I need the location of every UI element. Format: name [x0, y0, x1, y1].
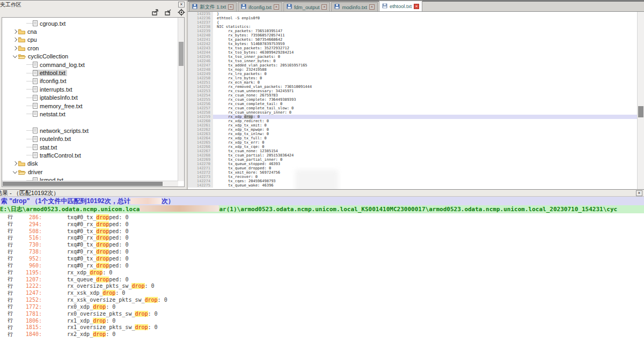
- tab-close-icon[interactable]: ×: [228, 4, 233, 10]
- code-editor[interactable]: 142235}142236ethtool -S enp1s0f0142237{1…: [188, 12, 644, 189]
- tree-item-cron[interactable]: cron: [2, 44, 178, 52]
- tree-connector: [26, 130, 33, 131]
- code-line: 142256 rx_csum_complete_tail: 0: [188, 102, 644, 106]
- workspace-close-button[interactable]: ×: [178, 2, 185, 8]
- result-row[interactable]: 行730:txq#0_tx_dropped: 0: [0, 241, 644, 248]
- tree-item-network_scripts.txt[interactable]: network_scripts.txt: [2, 126, 178, 135]
- tree-item-cpu[interactable]: cpu: [2, 36, 178, 44]
- scrollbar-thumb[interactable]: [3, 182, 163, 186]
- line-number: 142249: [188, 72, 213, 76]
- code-line: 142274 tx_cqes: 204596498793: [188, 179, 644, 183]
- result-file-path[interactable]: E:\日志\armod0523.odata.ncmp.unicom.locaar…: [0, 205, 644, 213]
- tree-item-memory_free.txt[interactable]: memory_free.txt: [2, 102, 178, 110]
- result-text: rx0_oversize_pkts_sw_drop: 0: [67, 311, 158, 317]
- chevron-right-icon[interactable]: [11, 38, 18, 41]
- tree-item-interrupts.txt[interactable]: interrupts.txt: [2, 85, 178, 93]
- scrollbar-thumb[interactable]: [638, 106, 643, 117]
- code-line-text: tx_cqes: 204596498793: [213, 179, 644, 183]
- tab-close-icon[interactable]: ×: [369, 4, 375, 10]
- result-row[interactable]: 行1207:tx_queue_dropped: 0: [0, 276, 644, 283]
- line-number: 142260: [188, 119, 213, 123]
- chevron-right-icon[interactable]: [11, 162, 18, 165]
- code-line-text: rx_xdp_tx_mpwqe: 0: [213, 128, 644, 132]
- line-number: 142238: [188, 25, 213, 29]
- app-window: 夹工作区 ×: [0, 0, 644, 343]
- chevron-down-icon[interactable]: [11, 171, 18, 173]
- tree-connector: [26, 23, 33, 24]
- result-row[interactable]: 行1772:rx0_xdp_drop: 0: [0, 303, 644, 310]
- scrollbar-thumb[interactable]: [179, 42, 184, 66]
- line-number: 142274: [188, 179, 213, 183]
- tree-item-iptablesInfo.txt[interactable]: iptablesInfo.txt: [2, 94, 178, 102]
- tab-close-icon[interactable]: ×: [414, 4, 419, 9]
- code-line: 142275 tx_queue_wake: 46396: [188, 183, 644, 188]
- expand-all-button[interactable]: [151, 9, 159, 16]
- chevron-right-icon[interactable]: [11, 30, 18, 33]
- result-row[interactable]: 行1815:rx1_oversize_pkts_sw_drop: 0: [0, 324, 644, 331]
- match-highlight: drop: [135, 324, 148, 330]
- smart-highlight: drop: [244, 115, 253, 119]
- result-row[interactable]: 行1252:rx_xsk_oversize_pkts_sw_drop: 0: [0, 296, 644, 303]
- folder-icon: [18, 29, 25, 34]
- tree-item-routeInfo.txt[interactable]: routeInfo.txt: [2, 135, 178, 143]
- tree-item-ethtool.txt[interactable]: ethtool.txt: [2, 69, 178, 77]
- editor-vertical-scrollbar[interactable]: [637, 12, 644, 189]
- tree-item-label: trafficControl.txt: [40, 152, 81, 159]
- result-row[interactable]: 行286:txq#0_tx_dropped: 0: [0, 214, 644, 221]
- tab-modinfo.txt[interactable]: modinfo.txt×: [331, 2, 377, 11]
- match-highlight: drop: [96, 249, 109, 255]
- tree-item-label: disk: [27, 160, 38, 167]
- tree-item-ifconfig.txt[interactable]: ifconfig.txt: [2, 77, 178, 85]
- tab-label: ifconfig.txt: [248, 4, 272, 10]
- tab-ethtool.txt[interactable]: ethtool.txt×: [379, 1, 422, 11]
- tree-horizontal-scrollbar[interactable]: [2, 181, 178, 187]
- tab-close-icon[interactable]: ×: [321, 4, 327, 10]
- chevron-down-icon[interactable]: [11, 55, 18, 57]
- result-line-number: 1222:: [15, 283, 42, 289]
- line-number: 142251: [188, 80, 213, 85]
- tree-item-disk[interactable]: disk: [2, 160, 178, 168]
- tree-item-stat.txt[interactable]: stat.txt: [2, 143, 178, 151]
- result-row[interactable]: 行294:rxq#0_rx_dropped: 0: [0, 221, 644, 228]
- tab-fdm_output[interactable]: fdm_output×: [283, 2, 331, 11]
- tree-item-cyclicCollection[interactable]: cyclicCollection: [2, 53, 178, 61]
- result-row[interactable]: 行1781:rx0_oversize_pkts_sw_drop: 0: [0, 310, 644, 317]
- workspace-panel: 夹工作区 ×: [0, 1, 186, 189]
- results-close-button[interactable]: ×: [636, 190, 642, 196]
- result-row[interactable]: 行960:rxq#0_rx_dropped: 0: [0, 262, 644, 269]
- tree-item-label: routeInfo.txt: [40, 136, 71, 142]
- folder-icon: [18, 46, 25, 51]
- locate-file-button[interactable]: [177, 9, 185, 16]
- tab-close-icon[interactable]: ×: [274, 4, 279, 10]
- tab-label: modinfo.txt: [342, 4, 367, 10]
- chevron-right-icon[interactable]: [11, 47, 18, 50]
- file-icon: [33, 136, 38, 142]
- tree-item-trafficControl.txt[interactable]: trafficControl.txt: [2, 151, 178, 159]
- code-line-text: rx_xdp_drop: 0: [213, 115, 644, 119]
- tree-item-netstat.txt[interactable]: netstat.txt: [2, 110, 178, 118]
- result-row[interactable]: 行952:txq#0_tx_dropped: 0: [0, 255, 644, 262]
- result-row[interactable]: 行1195:rx_xdp_drop: 0: [0, 269, 644, 276]
- tree-vertical-scrollbar[interactable]: [178, 18, 184, 181]
- tree-item-command_log.txt[interactable]: command_log.txt: [2, 61, 178, 69]
- tab--1.txt[interactable]: 新文件 1.txt×: [189, 2, 237, 11]
- result-row[interactable]: 行1247:rx_xsk_xdp_drop: 0: [0, 289, 644, 296]
- tree-item-driver[interactable]: driver: [2, 168, 178, 176]
- result-row[interactable]: 行508:txq#0_tx_dropped: 0: [0, 228, 644, 235]
- result-row[interactable]: 行1806:rx1_xdp_drop: 0: [0, 317, 644, 324]
- collapse-all-button[interactable]: [164, 9, 172, 16]
- result-row[interactable]: 行1840:rx2_xdp_drop: 0: [0, 331, 644, 338]
- code-line-text: rx_bytes: 735960572057411: [213, 33, 644, 38]
- saved-file-icon: [241, 4, 246, 10]
- tab-ifconfig.txt[interactable]: ifconfig.txt×: [238, 2, 282, 11]
- tree-item-cgroup.txt[interactable]: cgroup.txt: [2, 19, 178, 27]
- result-row[interactable]: 行516:rxq#0_rx_dropped: 0: [0, 235, 644, 242]
- result-text: rxq#0_rx_dropped: 0: [67, 235, 128, 241]
- result-row[interactable]: 行1222:rx_oversize_pkts_sw_drop: 0: [0, 282, 644, 289]
- code-line: 142268 tx_csum_partial: 205153836424: [188, 153, 644, 158]
- code-line-text: rx_xdp_tx_cqe: 0: [213, 145, 644, 149]
- result-row[interactable]: 行738:rxq#0_rx_dropped: 0: [0, 248, 644, 255]
- tree-item-cna[interactable]: cna: [2, 27, 178, 35]
- file-path-prefix: E:\日志\armod0523.odata.ncmp.unicom.loca: [0, 206, 140, 213]
- result-text: txq#0_tx_dropped: 0: [67, 228, 128, 234]
